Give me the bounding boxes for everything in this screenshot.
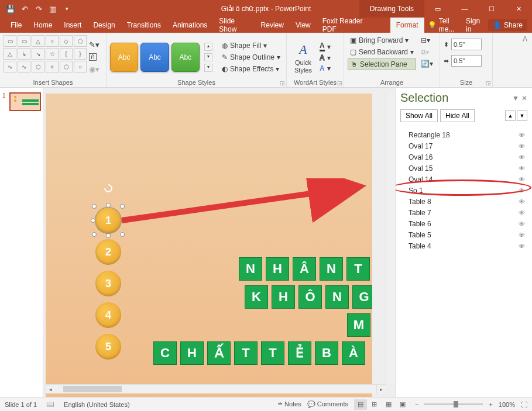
visibility-toggle-icon[interactable]: 👁 [519,243,525,250]
resize-handle[interactable] [92,204,97,209]
wordart-launcher-icon[interactable]: ◲ [337,80,342,86]
selection-pane-button[interactable]: 🖱Selection Pane [348,58,416,70]
zoom-slider[interactable] [424,403,483,405]
move-down-button[interactable]: ▼ [517,110,527,121]
visibility-toggle-icon[interactable]: 👁 [519,176,525,183]
selection-item[interactable]: Table 7👁 [398,207,530,218]
maximize-icon[interactable]: ☐ [478,0,505,18]
quick-styles-button[interactable]: A Quick Styles [290,39,316,74]
selection-pane-menu-icon[interactable]: ▼ [512,94,519,102]
group-button[interactable]: ⧉▾ [420,47,434,57]
slideshow-view-button[interactable]: ▣ [396,399,409,410]
shape-styles-launcher-icon[interactable]: ◲ [280,80,285,86]
zoom-in-button[interactable]: + [489,401,492,408]
visibility-toggle-icon[interactable]: 👁 [519,198,525,205]
share-button[interactable]: 👤Share [488,19,527,31]
scroll-right-icon[interactable]: ▸ [376,385,386,393]
resize-handle[interactable] [106,203,111,208]
text-fill-button[interactable]: A▾ [318,41,332,52]
resize-handle[interactable] [120,232,125,237]
slide-counter[interactable]: Slide 1 of 1 [5,401,37,408]
tab-review[interactable]: Review [255,18,290,33]
shape-outline-button[interactable]: ✎Shape Outline ▾ [219,52,283,63]
width-input[interactable]: 0.5" [451,55,482,67]
spell-check-icon[interactable]: 📖 [46,400,54,408]
collapse-ribbon-icon[interactable]: ᐱ [518,33,532,87]
selection-item[interactable]: Table 5👁 [398,229,530,240]
visibility-toggle-icon[interactable]: 👁 [519,187,525,194]
shapes-gallery[interactable]: ▭▭△○◇⬠ △↳↘☆{} ∿∿⬡✧⬠○ [4,35,87,79]
qat-customize-icon[interactable]: ▾ [61,3,73,15]
resize-handle[interactable] [120,204,125,209]
shape-style-preset-1[interactable]: Abc [110,43,138,72]
zoom-level[interactable]: 100% [499,401,515,408]
tab-animations[interactable]: Animations [167,18,213,33]
slide-sorter-view-button[interactable]: ⊞ [368,399,381,410]
tab-transitions[interactable]: Transitions [121,18,167,33]
edit-shape-icon[interactable]: ✎▾ [89,40,99,49]
shape-fill-button[interactable]: ◍Shape Fill ▾ [219,40,283,51]
text-effects-button[interactable]: A▾ [318,64,332,73]
selection-item[interactable]: Oval 15👁 [398,163,530,174]
visibility-toggle-icon[interactable]: 👁 [519,209,525,216]
zoom-out-button[interactable]: − [415,401,418,408]
size-launcher-icon[interactable]: ◲ [486,80,491,86]
oval-shape-1[interactable]: 1 [95,208,121,233]
save-icon[interactable]: 💾 [5,3,16,15]
align-button[interactable]: ⊟▾ [420,35,434,46]
selection-item[interactable]: So 1👁 [398,185,530,196]
visibility-toggle-icon[interactable]: 👁 [519,165,525,172]
slide-thumbnail-1[interactable]: 1 [4,92,39,111]
gallery-scroll-down-icon[interactable]: ▾ [204,53,212,61]
text-outline-button[interactable]: A▾ [318,53,332,63]
sign-in[interactable]: Sign in [462,17,485,33]
tab-file[interactable]: File [5,18,28,33]
reading-view-button[interactable]: ▦ [382,399,395,410]
show-all-button[interactable]: Show All [400,109,438,122]
visibility-toggle-icon[interactable]: 👁 [519,143,525,150]
height-input[interactable]: 0.5" [451,39,482,50]
slide-editor[interactable]: 1 2 3 4 5 NHÂNTKHÔNGMCHẤTTẺBÀ [43,88,395,397]
text-box-icon[interactable]: 🄰 [89,53,99,61]
redo-icon[interactable]: ↷ [33,3,44,15]
selection-item[interactable]: Oval 14👁 [398,174,530,185]
notes-button[interactable]: ≐ Notes [277,400,301,408]
scroll-left-icon[interactable]: ◂ [46,385,55,393]
start-from-beginning-icon[interactable]: ▥ [47,3,59,15]
selection-item[interactable]: Oval 17👁 [398,140,530,151]
crossword-row[interactable]: NHÂNT [239,257,370,281]
visibility-toggle-icon[interactable]: 👁 [519,232,525,239]
visibility-toggle-icon[interactable]: 👁 [519,220,525,227]
shape-effects-button[interactable]: ◐Shape Effects ▾ [219,64,283,74]
fit-to-window-button[interactable]: ⛶ [521,401,527,408]
resize-handle[interactable] [106,233,111,238]
comments-button[interactable]: 💬 Comments [307,400,348,408]
scroll-thumb[interactable] [63,386,122,392]
rotate-button[interactable]: 🔄▾ [420,58,434,69]
hide-all-button[interactable]: Hide All [440,109,475,122]
crossword-row[interactable]: CHẤTTẺBÀ [153,341,365,365]
ribbon-display-options-icon[interactable]: ▭ [424,0,451,18]
send-backward-button[interactable]: ▢Send Backward ▾ [348,47,416,57]
undo-icon[interactable]: ↶ [19,3,30,15]
selection-item[interactable]: Table 6👁 [398,218,530,229]
language-status[interactable]: English (United States) [64,401,130,408]
tab-home[interactable]: Home [28,18,58,33]
horizontal-scrollbar[interactable]: ◂ ▸ [46,384,386,393]
bring-forward-button[interactable]: ▣Bring Forward ▾ [348,35,416,46]
tab-slideshow[interactable]: Slide Show [213,18,255,33]
tab-design[interactable]: Design [87,18,121,33]
tab-foxit[interactable]: Foxit Reader PDF [317,18,376,33]
move-up-button[interactable]: ▲ [505,110,516,121]
tell-me[interactable]: 💡Tell me... [424,17,459,33]
crossword-row[interactable]: KHÔNG [245,285,372,309]
resize-handle[interactable] [92,232,97,237]
visibility-toggle-icon[interactable]: 👁 [519,154,525,161]
tab-format[interactable]: Format [390,18,424,33]
oval-shape-2[interactable]: 2 [95,239,121,265]
tab-insert[interactable]: Insert [58,18,87,33]
tab-view[interactable]: View [290,18,317,33]
oval-shape-3[interactable]: 3 [95,271,121,296]
crossword-row[interactable]: M [347,313,370,337]
oval-shape-5[interactable]: 5 [95,334,121,360]
